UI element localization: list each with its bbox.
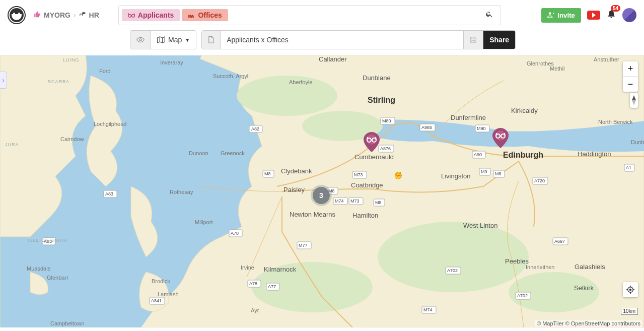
svg-text:A697: A697	[554, 239, 565, 244]
svg-text:Campbeltown: Campbeltown	[50, 320, 84, 326]
zoom-out-button[interactable]: −	[623, 77, 638, 92]
zoom-controls: + −	[623, 61, 638, 92]
map-pin-applicant[interactable]	[364, 132, 380, 152]
svg-text:SCARBA: SCARBA	[48, 79, 69, 84]
tag-label: Applicants	[138, 11, 174, 19]
view-type-label: Map	[168, 36, 182, 44]
svg-text:Dunbar: Dunbar	[631, 139, 644, 145]
svg-text:Coatbridge: Coatbridge	[351, 181, 383, 189]
svg-text:A78: A78	[231, 231, 239, 236]
svg-text:M74: M74	[335, 198, 344, 204]
save-icon[interactable]	[464, 31, 483, 49]
svg-text:Clydebank: Clydebank	[281, 167, 312, 175]
svg-text:A82: A82	[251, 126, 259, 131]
svg-text:Aberfoyle: Aberfoyle	[289, 79, 312, 85]
svg-text:Anstruther: Anstruther	[594, 56, 619, 62]
svg-text:Innerleithen: Innerleithen	[526, 264, 555, 270]
invite-button[interactable]: Invite	[541, 8, 581, 23]
chevron-right-icon: ›	[74, 11, 76, 19]
zoom-in-button[interactable]: +	[623, 61, 638, 77]
compass-control[interactable]	[630, 93, 638, 108]
visibility-toggle[interactable]	[130, 31, 151, 49]
svg-text:Livingston: Livingston	[441, 172, 471, 180]
svg-text:Haddington: Haddington	[578, 150, 611, 158]
svg-text:Dunblane: Dunblane	[363, 74, 391, 82]
svg-text:Hamilton: Hamilton	[352, 212, 378, 219]
youtube-icon[interactable]	[587, 11, 600, 20]
svg-text:Inveraray: Inveraray	[160, 59, 183, 65]
svg-text:A90: A90	[474, 152, 482, 157]
svg-text:M90: M90	[477, 126, 486, 131]
svg-text:A702: A702	[517, 293, 528, 298]
svg-text:A77: A77	[268, 284, 276, 289]
svg-text:Rothesay: Rothesay	[170, 189, 193, 195]
svg-text:Dunoon: Dunoon	[189, 150, 208, 156]
share-button[interactable]: Share	[483, 31, 515, 49]
side-panel-toggle[interactable]: ›	[0, 72, 7, 89]
breadcrumb-org[interactable]: MYORG	[44, 11, 70, 19]
glasses-icon	[128, 13, 135, 18]
invite-label: Invite	[557, 12, 575, 19]
view-controls: Map ▼	[130, 30, 196, 49]
svg-text:M80: M80	[382, 118, 391, 123]
title-group: Applicants x Offices Share	[201, 30, 516, 49]
app-logo[interactable]	[8, 6, 26, 24]
search-bar[interactable]: Applicants Offices	[118, 5, 501, 25]
svg-text:A720: A720	[534, 178, 545, 183]
locate-control[interactable]	[623, 282, 638, 297]
map-view[interactable]: A82 M80 A985 M90 A876 A90 M9 M8 A1 A720 …	[0, 55, 644, 327]
notification-count: 54	[611, 5, 620, 12]
svg-text:Brodick: Brodick	[152, 278, 170, 284]
svg-text:Cairndow: Cairndow	[60, 136, 84, 142]
breadcrumb: MYORG › HR	[34, 11, 99, 20]
tag-applicants[interactable]: Applicants	[122, 9, 180, 21]
svg-text:A1: A1	[626, 165, 631, 170]
svg-text:A985: A985	[421, 125, 432, 130]
svg-text:Dunfermline: Dunfermline	[451, 114, 486, 121]
svg-point-2	[549, 12, 551, 15]
svg-text:LUING: LUING	[63, 57, 80, 62]
svg-point-7	[378, 222, 529, 292]
svg-text:Lochgilphead: Lochgilphead	[94, 121, 126, 127]
svg-text:Edinburgh: Edinburgh	[503, 151, 543, 159]
notifications-bell[interactable]: 54	[606, 8, 616, 22]
svg-text:Callander: Callander	[319, 55, 347, 63]
svg-text:Cumbernauld: Cumbernauld	[354, 153, 394, 161]
svg-text:Paisley: Paisley	[283, 186, 305, 193]
svg-text:A876: A876	[380, 146, 391, 151]
map-icon	[157, 36, 165, 43]
svg-text:Kirkcaldy: Kirkcaldy	[511, 107, 538, 114]
view-title[interactable]: Applicants x Offices	[221, 31, 464, 49]
thumbs-up-icon	[34, 11, 41, 20]
map-cluster[interactable]: 3	[313, 187, 330, 204]
svg-text:Greenock: Greenock	[221, 150, 245, 156]
svg-text:A702: A702	[447, 268, 458, 273]
svg-text:Millport: Millport	[195, 219, 212, 225]
locate-button[interactable]	[623, 282, 638, 297]
svg-text:Irvine: Irvine	[241, 264, 254, 271]
horse-icon	[79, 11, 86, 20]
search-icon[interactable]	[481, 10, 497, 20]
breadcrumb-section[interactable]: HR	[89, 11, 99, 19]
svg-text:Selkirk: Selkirk	[574, 284, 594, 292]
svg-text:A841: A841	[151, 298, 162, 303]
tag-offices[interactable]: Offices	[182, 9, 228, 21]
tag-label: Offices	[198, 11, 222, 19]
svg-text:M73: M73	[354, 172, 363, 177]
svg-text:Succoth, Argyll: Succoth, Argyll	[213, 73, 250, 79]
map-pin-applicant[interactable]	[492, 128, 509, 148]
svg-text:West Linton: West Linton	[463, 222, 497, 229]
document-icon[interactable]	[202, 31, 221, 49]
svg-text:ISLE OF GIGHA: ISLE OF GIGHA	[28, 238, 67, 243]
svg-text:M8: M8	[495, 171, 502, 176]
svg-text:Newton Mearns: Newton Mearns	[290, 211, 336, 218]
map-attribution: © MapTiler © OpenStreetMap contributors	[535, 320, 642, 326]
svg-text:M74: M74	[423, 307, 433, 312]
svg-text:A78: A78	[249, 281, 257, 286]
svg-text:North Berwick: North Berwick	[598, 119, 633, 125]
view-type-dropdown[interactable]: Map ▼	[151, 31, 196, 49]
svg-text:Glenbarr: Glenbarr	[47, 275, 68, 281]
avatar[interactable]	[622, 8, 636, 22]
svg-text:Galashiels: Galashiels	[575, 263, 605, 271]
caret-down-icon: ▼	[185, 37, 190, 43]
